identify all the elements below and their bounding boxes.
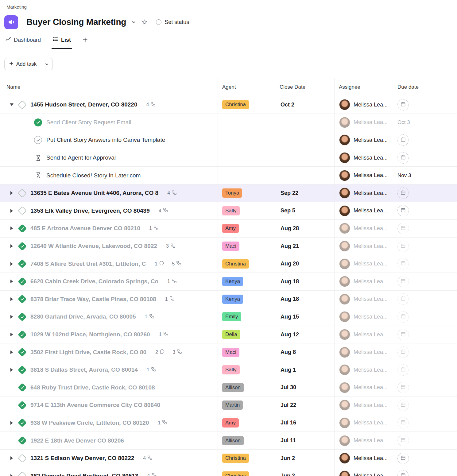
assignee-cell[interactable]: Melissa Lea... <box>335 149 393 167</box>
agent-badge[interactable]: Sally <box>222 206 240 215</box>
set-due-date-button[interactable] <box>397 311 409 323</box>
task-name[interactable]: 12640 W Atlantic Avenue, Lakewood, CO 80… <box>30 243 157 250</box>
set-due-date-button[interactable] <box>397 276 409 287</box>
due-date-cell[interactable] <box>393 361 457 379</box>
status-diamond[interactable] <box>18 189 26 197</box>
task-row[interactable]: 8280 Garland Drive, Arvada, CO 800051Emi… <box>0 308 457 326</box>
close-date-cell[interactable]: Sep 5 <box>275 202 335 220</box>
add-view-button[interactable] <box>81 37 89 49</box>
set-due-date-button[interactable] <box>397 223 409 234</box>
due-date-cell[interactable] <box>393 202 457 220</box>
agent-cell[interactable]: Maci <box>218 238 275 255</box>
hourglass-icon[interactable] <box>34 172 42 180</box>
close-date-cell[interactable]: Aug 1 <box>275 361 335 379</box>
agent-cell[interactable]: Amy <box>218 414 275 432</box>
expand-arrow[interactable] <box>9 244 14 249</box>
breadcrumb[interactable]: Marketing <box>0 0 457 10</box>
subtask-row[interactable]: Send to Agent for ApprovalMelissa Lea... <box>0 149 457 167</box>
status-diamond[interactable] <box>18 277 26 286</box>
status-diamond[interactable] <box>18 207 26 215</box>
task-name[interactable]: 8280 Garland Drive, Arvada, CO 80005 <box>30 313 136 320</box>
task-name[interactable]: 9714 E 113th Avenue Commerce City CO 806… <box>30 402 160 408</box>
task-name[interactable]: 1321 S Edison Way Denver, CO 80222 <box>30 455 134 462</box>
due-date-cell[interactable] <box>393 414 457 432</box>
task-name[interactable]: 1029 W 102nd Place, Northglenn, CO 80260 <box>30 331 150 338</box>
subtask-count[interactable]: 1 <box>149 225 159 232</box>
set-due-date-button[interactable] <box>397 417 409 428</box>
set-due-date-button[interactable] <box>397 329 409 340</box>
set-due-date-button[interactable] <box>397 258 409 269</box>
set-due-date-button[interactable] <box>397 152 409 164</box>
agent-badge[interactable]: Christina <box>222 100 249 109</box>
assignee-cell[interactable]: Melissa Lea... <box>335 114 393 131</box>
due-date-cell[interactable] <box>393 432 457 449</box>
subtask-count[interactable]: 1 <box>147 367 156 373</box>
due-date-cell[interactable] <box>393 450 457 467</box>
due-date-cell[interactable] <box>393 397 457 414</box>
set-due-date-button[interactable] <box>397 241 409 252</box>
close-date-cell[interactable]: Jun 2 <box>275 450 335 467</box>
assignee-cell[interactable]: Melissa Lea... <box>335 397 393 414</box>
agent-badge[interactable]: Tonya <box>222 188 242 198</box>
assignee-cell[interactable]: Melissa Lea... <box>335 414 393 432</box>
subtask-count[interactable]: 4 <box>143 455 153 462</box>
agent-cell[interactable]: Tonya <box>218 184 275 202</box>
agent-badge[interactable]: Christina <box>222 454 249 463</box>
status-diamond[interactable] <box>18 295 26 303</box>
set-due-date-button[interactable] <box>397 293 409 305</box>
task-name[interactable]: 382 Ramuda Road Berthoud, CO 80513 <box>30 473 138 476</box>
close-date-cell[interactable]: Aug 21 <box>275 238 335 255</box>
add-task-button[interactable]: Add task <box>5 58 41 70</box>
assignee-cell[interactable]: Melissa Lea... <box>335 238 393 255</box>
status-diamond[interactable] <box>18 260 26 268</box>
subtask-name[interactable]: Send Client Story Request Email <box>46 119 131 126</box>
agent-badge[interactable]: Amy <box>222 418 239 428</box>
agent-badge[interactable]: Sally <box>222 365 240 374</box>
due-date-cell[interactable] <box>393 220 457 237</box>
agent-cell[interactable]: Allison <box>218 432 275 449</box>
assignee-cell[interactable]: Melissa Lea... <box>335 273 393 290</box>
task-row[interactable]: 1029 W 102nd Place, Northglenn, CO 80260… <box>0 326 457 344</box>
due-date-cell[interactable] <box>393 184 457 202</box>
agent-cell[interactable]: Allison <box>218 379 275 397</box>
agent-badge[interactable]: Allison <box>222 383 244 392</box>
agent-cell[interactable]: Sally <box>218 202 275 220</box>
set-due-date-button[interactable] <box>397 470 409 476</box>
set-due-date-button[interactable] <box>397 400 409 411</box>
expand-arrow[interactable] <box>9 474 14 476</box>
due-date-cell[interactable] <box>393 238 457 255</box>
agent-cell[interactable]: Christina <box>218 467 275 476</box>
expand-arrow[interactable] <box>9 350 14 355</box>
agent-badge[interactable]: Amy <box>222 224 239 233</box>
status-diamond[interactable] <box>18 101 26 109</box>
column-header-agent[interactable]: Agent <box>218 78 275 96</box>
close-date-cell[interactable]: Aug 20 <box>275 255 335 273</box>
close-date-cell[interactable]: Aug 18 <box>275 273 335 290</box>
expand-arrow[interactable] <box>9 191 14 195</box>
agent-cell[interactable]: Maci <box>218 343 275 361</box>
set-due-date-button[interactable] <box>397 364 409 376</box>
task-row[interactable]: 382 Ramuda Road Berthoud, CO 805134Chris… <box>0 467 457 476</box>
assignee-cell[interactable]: Melissa Lea... <box>335 308 393 326</box>
assignee-cell[interactable]: Melissa Lea... <box>335 467 393 476</box>
expand-arrow[interactable] <box>9 279 14 284</box>
agent-badge[interactable]: Kenya <box>222 277 243 286</box>
close-date-cell[interactable]: Aug 15 <box>275 308 335 326</box>
status-diamond[interactable] <box>18 436 26 445</box>
expand-arrow[interactable] <box>9 332 14 337</box>
agent-cell[interactable]: Kenya <box>218 291 275 308</box>
set-due-date-button[interactable] <box>397 134 409 146</box>
due-date-cell[interactable] <box>393 255 457 273</box>
task-row[interactable]: 3502 First Light Drive, Castle Rock, CO … <box>0 343 457 361</box>
subtask-count[interactable]: 4 <box>146 102 156 108</box>
due-date-cell[interactable] <box>393 149 457 167</box>
comment-count[interactable]: 2 <box>155 349 165 355</box>
close-date-cell[interactable]: Jul 22 <box>275 397 335 414</box>
assignee-cell[interactable]: Melissa Lea... <box>335 291 393 308</box>
assignee-cell[interactable]: Melissa Lea... <box>335 450 393 467</box>
set-due-date-button[interactable] <box>397 99 409 110</box>
status-diamond[interactable] <box>18 419 26 427</box>
task-name[interactable]: 648 Ruby Trust Drive, Castle Rock, CO 80… <box>30 384 155 391</box>
status-diamond[interactable] <box>18 366 26 374</box>
column-header-due-date[interactable]: Due date <box>393 78 457 96</box>
